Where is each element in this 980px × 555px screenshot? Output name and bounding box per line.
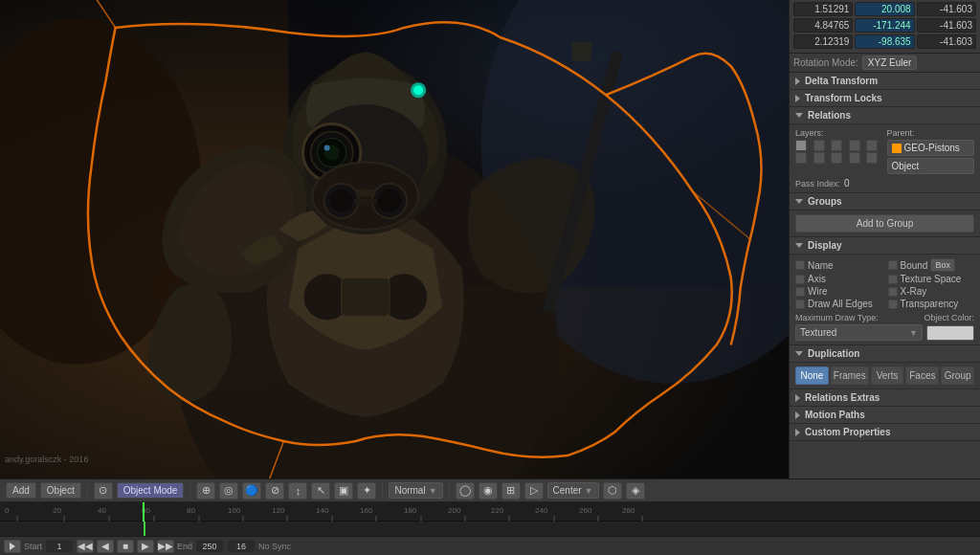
motion-paths-title: Motion Paths	[805, 410, 865, 420]
normal-select[interactable]: Normal ▼	[389, 482, 442, 499]
playback-start-field[interactable]: 1	[45, 540, 74, 553]
checkbox-xray[interactable]: X-Ray	[888, 286, 975, 297]
num-field-2-3[interactable]: -41.603	[917, 18, 976, 33]
section-relations-header[interactable]: Relations	[790, 107, 980, 124]
grid-icon[interactable]: ⊞	[501, 482, 521, 500]
svg-marker-61	[10, 543, 15, 550]
play-btn-fwd[interactable]: ▶	[137, 540, 154, 553]
move-icon[interactable]: ↕	[288, 482, 307, 500]
cb-xray[interactable]	[888, 287, 898, 297]
relations-grid: Layers:	[795, 128, 974, 174]
section-delta-transform[interactable]: Delta Transform	[790, 73, 980, 90]
num-field-3-2[interactable]: -98.635	[855, 34, 914, 49]
num-field-3-3[interactable]: -41.603	[917, 34, 976, 49]
draw-type-select[interactable]: Textured ▼	[795, 324, 923, 341]
dup-btn-group[interactable]: Group	[941, 366, 974, 385]
section-duplication-header[interactable]: Duplication	[790, 345, 980, 363]
play-btn-back[interactable]: ◀	[97, 540, 114, 553]
viewport[interactable]: andy.goralsczk - 2016	[0, 0, 789, 478]
cb-texture-space[interactable]	[888, 275, 898, 284]
layer-btn-7[interactable]	[813, 152, 825, 164]
cb-bound-label: Bound	[901, 260, 928, 271]
object-button[interactable]: Object	[40, 482, 81, 499]
parent-field[interactable]: GEO-Pistons	[887, 140, 975, 156]
render-icon[interactable]: ▷	[524, 482, 544, 500]
cb-axis[interactable]	[795, 275, 805, 284]
view-icon-1[interactable]: ⬡	[603, 482, 622, 500]
cb-draw-all-edges[interactable]	[795, 300, 805, 309]
prop-edit-2-icon[interactable]: ◉	[479, 482, 498, 500]
timeline-tracks[interactable]	[0, 522, 980, 536]
timeline-ruler[interactable]: 0 20 40 60 80 100 120	[0, 502, 980, 522]
section-display-header[interactable]: Display	[790, 237, 980, 255]
num-field-2-1[interactable]: 4.84765	[793, 18, 853, 33]
checkbox-name[interactable]: Name	[795, 258, 882, 272]
section-custom-properties[interactable]: Custom Properties	[790, 424, 980, 441]
object-field[interactable]: Object	[887, 158, 975, 174]
num-field-1-3[interactable]: -41.603	[917, 2, 976, 16]
magnet-icon[interactable]: ⊘	[265, 482, 284, 500]
checkbox-draw-all-edges[interactable]: Draw All Edges	[795, 299, 882, 309]
section-transform-locks[interactable]: Transform Locks	[790, 90, 980, 107]
global-icon[interactable]: ⊕	[196, 482, 215, 500]
select-icon[interactable]: ▣	[334, 482, 353, 500]
section-motion-paths[interactable]: Motion Paths	[790, 407, 980, 424]
layer-btn-3[interactable]	[831, 140, 842, 151]
dup-btn-verts[interactable]: Verts	[871, 366, 904, 385]
num-field-1-2[interactable]: 20.008	[855, 2, 914, 16]
center-select[interactable]: Center ▼	[547, 482, 599, 499]
num-field-1-1[interactable]: 1.51291	[793, 2, 853, 16]
layer-btn-8[interactable]	[831, 152, 842, 164]
pass-index-value[interactable]: 0	[844, 178, 850, 189]
play-btn-prev[interactable]: ◀◀	[77, 540, 94, 553]
playback-frame-field[interactable]: 16	[227, 540, 256, 553]
checkbox-bound[interactable]: Bound Box	[888, 258, 975, 272]
view-icon-2[interactable]: ◈	[626, 482, 645, 500]
cb-name[interactable]	[795, 260, 805, 270]
transform-icon[interactable]: ✦	[357, 482, 376, 500]
cb-bound[interactable]	[888, 260, 898, 270]
playback-end-field[interactable]: 250	[195, 540, 224, 553]
add-to-group-button[interactable]: Add to Group	[795, 214, 974, 233]
rotation-mode-value[interactable]: XYZ Euler	[862, 56, 918, 70]
svg-text:20: 20	[53, 506, 61, 515]
svg-text:240: 240	[535, 506, 548, 515]
checkbox-axis[interactable]: Axis	[795, 274, 882, 284]
add-button[interactable]: Add	[6, 482, 36, 499]
layer-btn-5[interactable]	[866, 140, 878, 151]
pivot-icon[interactable]: ◎	[219, 482, 238, 500]
object-mode-button[interactable]: Object Mode	[117, 482, 185, 499]
layer-btn-4[interactable]	[849, 140, 860, 151]
prop-edit-icon[interactable]: ◯	[456, 482, 475, 500]
svg-text:280: 280	[622, 506, 635, 515]
play-btn-stop[interactable]: ■	[117, 540, 134, 553]
play-btn-next[interactable]: ▶▶	[157, 540, 174, 553]
svg-point-21	[330, 189, 353, 212]
play-icon-btn[interactable]	[4, 540, 21, 553]
checkbox-wire[interactable]: Wire	[795, 286, 882, 297]
num-field-3-1[interactable]: 2.12319	[793, 34, 853, 49]
cb-wire[interactable]	[795, 287, 805, 297]
layer-btn-9[interactable]	[849, 152, 860, 164]
section-groups-header[interactable]: Groups	[790, 193, 980, 211]
snap-icon[interactable]: 🔵	[242, 482, 261, 500]
layer-btn-1[interactable]	[795, 140, 807, 151]
svg-rect-24	[354, 199, 377, 205]
cb-transparency[interactable]	[888, 300, 898, 309]
dup-btn-frames[interactable]: Frames	[831, 366, 869, 385]
dup-btn-faces[interactable]: Faces	[905, 366, 939, 385]
box-button[interactable]: Box	[930, 258, 955, 272]
object-color-swatch[interactable]	[926, 325, 974, 341]
layer-btn-6[interactable]	[795, 152, 807, 164]
layer-btn-2[interactable]	[813, 140, 825, 151]
object-mode-icon[interactable]: ⊙	[94, 482, 113, 500]
numeric-fields: 1.51291 20.008 -41.603 4.84765 -171.244 …	[790, 0, 980, 54]
num-row-1: 1.51291 20.008 -41.603	[793, 2, 976, 16]
cursor-icon[interactable]: ↖	[311, 482, 330, 500]
dup-btn-none[interactable]: None	[795, 366, 829, 385]
num-field-2-2[interactable]: -171.244	[855, 18, 914, 33]
checkbox-texture-space[interactable]: Texture Space	[888, 274, 975, 284]
section-relations-extras[interactable]: Relations Extras	[790, 389, 980, 407]
checkbox-transparency[interactable]: Transparency	[888, 299, 975, 309]
layer-btn-10[interactable]	[866, 152, 878, 164]
